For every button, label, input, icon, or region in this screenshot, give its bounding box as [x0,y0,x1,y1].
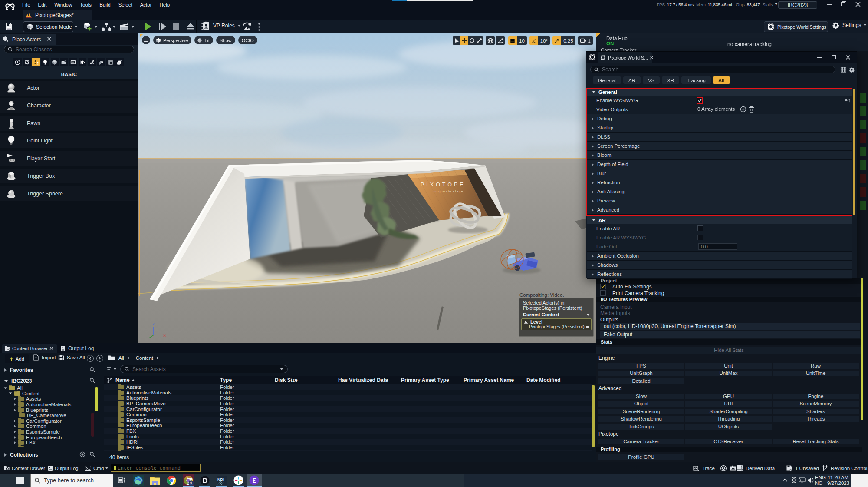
svg-text:X: X [163,333,166,338]
svg-text:Z: Z [152,322,155,326]
svg-text:PIXOTOPE: PIXOTOPE [421,182,466,188]
svg-text:corporate stage: corporate stage [434,189,464,193]
